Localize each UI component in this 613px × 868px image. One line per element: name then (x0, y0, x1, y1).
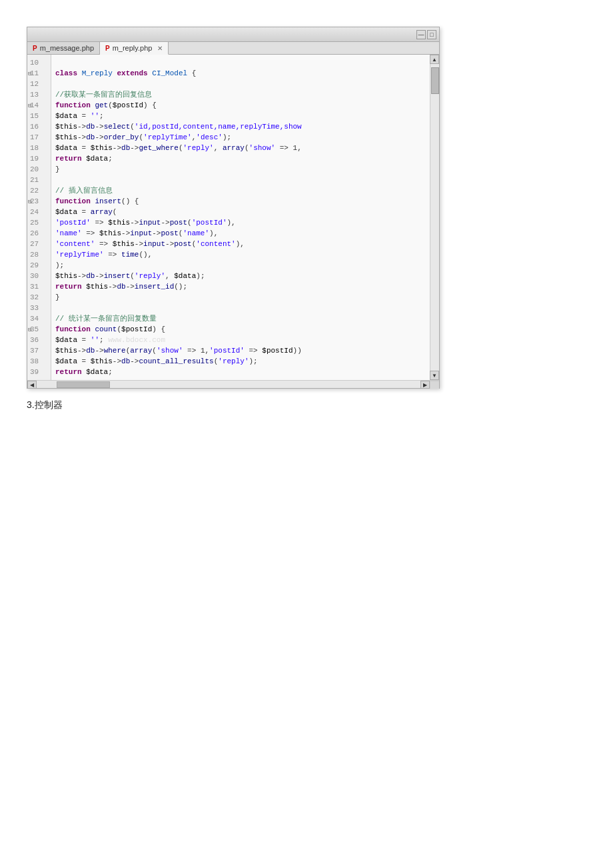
h-scroll-left-button[interactable]: ◀ (27, 381, 37, 389)
line-number-10: 10 (27, 57, 51, 68)
code-line-22: // 插入留言信息 (55, 185, 426, 196)
tab-label-reply: m_reply.php (113, 44, 153, 52)
h-scroll-right-button[interactable]: ▶ (420, 381, 430, 389)
line-number-24: 24 (27, 207, 51, 217)
line-number-36: 36 (27, 335, 51, 345)
code-line-31: return $this->db->insert_id(); (55, 281, 426, 292)
code-line-33 (55, 303, 426, 313)
v-scroll-down-button[interactable]: ▼ (430, 371, 439, 380)
v-scrollbar-track[interactable] (430, 64, 439, 371)
code-line-26: 'name' => $this->input->post('name'), (55, 228, 426, 239)
code-line-29: ); (55, 260, 426, 271)
line-number-27: 27 (27, 239, 51, 249)
line-number-39: 39 (27, 367, 51, 377)
code-line-15: $data = ''; (55, 111, 426, 121)
code-line-14: function get($postId) { (55, 100, 426, 111)
line-number-37: 37 (27, 345, 51, 356)
editor-window: — □ P m_message.php P m_reply.php ✕ 1011… (27, 27, 440, 389)
line-number-35: 35 (27, 324, 51, 335)
code-line-32: } (55, 292, 426, 303)
line-number-15: 15 (27, 111, 51, 121)
line-number-26: 26 (27, 228, 51, 239)
line-number-13: 13 (27, 89, 51, 100)
code-line-34: // 统计某一条留言的回复数量 (55, 313, 426, 324)
code-line-19: return $data; (55, 153, 426, 164)
line-number-12: 12 (27, 79, 51, 89)
maximize-button[interactable]: □ (427, 30, 436, 39)
line-number-25: 25 (27, 217, 51, 228)
code-line-37: $this->db->where(array('show' => 1,'post… (55, 345, 426, 356)
line-number-33: 33 (27, 303, 51, 313)
h-scrollbar-track[interactable] (37, 381, 420, 388)
line-number-11: 11 (27, 68, 51, 79)
code-line-24: $data = array( (55, 207, 426, 217)
line-number-23: 23 (27, 196, 51, 207)
tab-icon-reply: P (105, 45, 110, 52)
code-line-17: $this->db->order_by('replyTime','desc'); (55, 132, 426, 143)
code-line-13: //获取某一条留言的回复信息 (55, 89, 426, 100)
code-line-35: function count($postId) { (55, 324, 426, 335)
code-line-28: 'replyTime' => time(), (55, 249, 426, 260)
scrollbar-corner (430, 381, 439, 389)
h-scrollbar-thumb[interactable] (57, 381, 110, 388)
line-number-21: 21 (27, 175, 51, 185)
tab-label-message: m_message.php (40, 44, 94, 52)
line-number-14: 14 (27, 100, 51, 111)
line-number-16: 16 (27, 121, 51, 132)
v-scroll-up-button[interactable]: ▲ (430, 55, 439, 64)
line-number-17: 17 (27, 132, 51, 143)
tabs-bar: P m_message.php P m_reply.php ✕ (27, 42, 439, 55)
code-line-21 (55, 175, 426, 185)
title-bar: — □ (27, 27, 439, 42)
editor-main: 1011121314151617181920212223242526272829… (27, 55, 439, 380)
caption: 3.控制器 (27, 399, 586, 411)
code-line-36: $data = ''; www.bdocx.com (55, 335, 426, 345)
code-line-16: $this->db->select('id,postId,content,nam… (55, 121, 426, 132)
line-number-32: 32 (27, 292, 51, 303)
tab-close-icon[interactable]: ✕ (157, 45, 163, 52)
h-scrollbar-area: ◀ ▶ (27, 380, 439, 388)
editor-body: 1011121314151617181920212223242526272829… (27, 55, 430, 380)
line-number-29: 29 (27, 260, 51, 271)
code-line-27: 'content' => $this->input->post('content… (55, 239, 426, 249)
line-number-38: 38 (27, 356, 51, 367)
code-line-39: return $data; (55, 367, 426, 377)
line-number-19: 19 (27, 153, 51, 164)
minimize-button[interactable]: — (416, 30, 426, 39)
line-number-22: 22 (27, 185, 51, 196)
code-line-38: $data = $this->db->count_all_results('re… (55, 356, 426, 367)
line-number-18: 18 (27, 143, 51, 153)
line-number-30: 30 (27, 271, 51, 281)
code-line-25: 'postId' => $this->input->post('postId')… (55, 217, 426, 228)
line-number-28: 28 (27, 249, 51, 260)
code-line-20: } (55, 164, 426, 175)
code-line-12 (55, 79, 426, 89)
code-area[interactable]: class M_reply extends CI_Model { //获取某一条… (51, 55, 430, 380)
code-line-10 (55, 57, 426, 68)
line-numbers: 1011121314151617181920212223242526272829… (27, 55, 51, 380)
code-line-11: class M_reply extends CI_Model { (55, 68, 426, 79)
tab-m-message[interactable]: P m_message.php (27, 42, 100, 54)
line-number-20: 20 (27, 164, 51, 175)
line-number-31: 31 (27, 281, 51, 292)
v-scrollbar-container: ▲ ▼ (430, 55, 439, 380)
code-line-23: function insert() { (55, 196, 426, 207)
v-scrollbar-thumb[interactable] (431, 67, 439, 94)
code-line-18: $data = $this->db->get_where('reply', ar… (55, 143, 426, 153)
code-line-30: $this->db->insert('reply', $data); (55, 271, 426, 281)
title-bar-controls: — □ (416, 30, 436, 39)
line-number-34: 34 (27, 313, 51, 324)
tab-m-reply[interactable]: P m_reply.php ✕ (100, 42, 169, 55)
tab-icon-message: P (33, 45, 37, 52)
